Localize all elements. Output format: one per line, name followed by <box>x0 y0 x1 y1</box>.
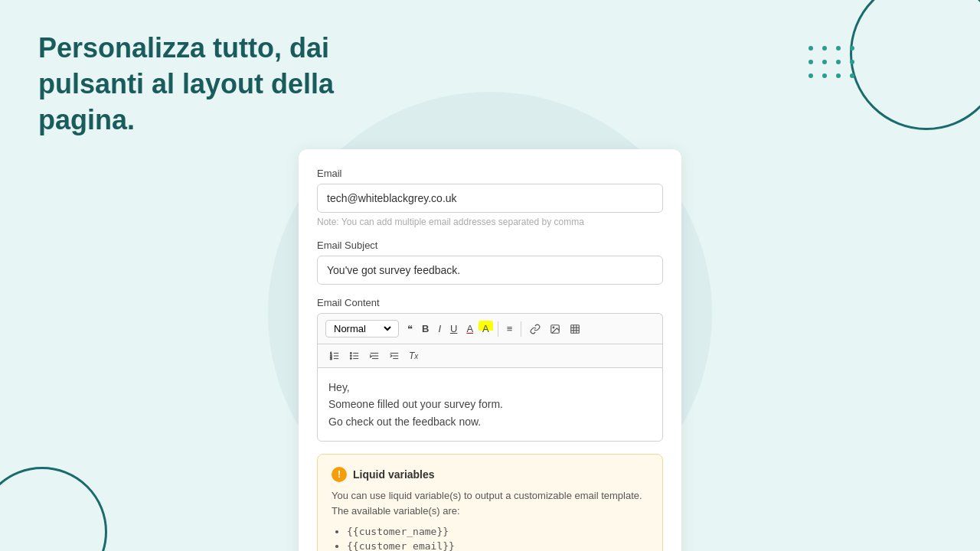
form-card: Email Note: You can add multiple email a… <box>299 149 681 551</box>
btn-image[interactable] <box>546 321 564 337</box>
list-item: {{customer_email}} <box>347 540 648 551</box>
btn-align[interactable]: ≡ <box>503 321 517 337</box>
liquid-variables-box: ! Liquid variables You can use liquid va… <box>317 454 663 551</box>
btn-bg-color[interactable]: A <box>479 321 493 337</box>
btn-table[interactable] <box>566 321 584 337</box>
liquid-title: Liquid variables <box>353 468 435 481</box>
btn-bold[interactable]: B <box>418 321 433 337</box>
btn-indent-decrease[interactable] <box>365 348 384 364</box>
content-label: Email Content <box>317 297 663 308</box>
subject-input[interactable] <box>317 256 663 285</box>
email-input[interactable] <box>317 184 663 213</box>
svg-point-18 <box>350 358 351 360</box>
btn-link[interactable] <box>526 321 544 337</box>
decorative-circle-bottom-left <box>0 467 107 551</box>
svg-point-1 <box>553 327 554 328</box>
subject-label: Email Subject <box>317 240 663 251</box>
email-label: Email <box>317 168 663 179</box>
list-item: {{customer_name}} <box>347 526 648 537</box>
btn-ordered-list[interactable]: 123 <box>325 348 344 364</box>
btn-font-color[interactable]: A <box>462 321 477 337</box>
subject-field-group: Email Subject <box>317 240 663 285</box>
format-select-wrap[interactable]: Normal Heading 1 Heading 2 Heading 3 <box>325 320 399 337</box>
editor-toolbar-row2: 123 Tx <box>317 344 663 367</box>
email-field-group: Email Note: You can add multiple email a… <box>317 168 663 227</box>
svg-point-16 <box>350 353 351 354</box>
editor-line-1: Hey, <box>328 379 652 396</box>
liquid-description: You can use liquid variable(s) to output… <box>332 488 648 518</box>
decorative-circle-top-right <box>850 0 980 130</box>
editor-toolbar-row1: Normal Heading 1 Heading 2 Heading 3 ❝ B… <box>317 313 663 344</box>
btn-clear-format[interactable]: Tx <box>405 348 422 364</box>
content-field-group: Email Content Normal Heading 1 Heading 2… <box>317 297 663 442</box>
toolbar-sep-1 <box>498 321 498 337</box>
btn-italic[interactable]: I <box>434 321 445 337</box>
format-select[interactable]: Normal Heading 1 Heading 2 Heading 3 <box>331 322 394 335</box>
btn-unordered-list[interactable] <box>345 348 364 364</box>
decorative-dots <box>808 46 858 81</box>
svg-text:3: 3 <box>330 357 332 360</box>
email-note: Note: You can add multiple email address… <box>317 217 663 227</box>
liquid-header: ! Liquid variables <box>332 467 648 482</box>
toolbar-sep-2 <box>521 321 521 337</box>
svg-point-17 <box>350 355 351 357</box>
liquid-warning-icon: ! <box>332 467 347 482</box>
editor-content-area[interactable]: Hey, Someone filled out your survey form… <box>317 367 663 442</box>
btn-indent-increase[interactable] <box>385 348 403 364</box>
btn-quote[interactable]: ❝ <box>403 321 416 337</box>
page-heading: Personalizza tutto, dai pulsanti al layo… <box>38 31 421 138</box>
svg-rect-2 <box>571 324 580 333</box>
editor-line-3: Go check out the feedback now. <box>328 413 652 430</box>
btn-underline[interactable]: U <box>446 321 461 337</box>
editor-line-2: Someone filled out your survey form. <box>328 396 652 412</box>
liquid-variables-list: {{customer_name}} {{customer_email}} {{s… <box>332 526 648 551</box>
